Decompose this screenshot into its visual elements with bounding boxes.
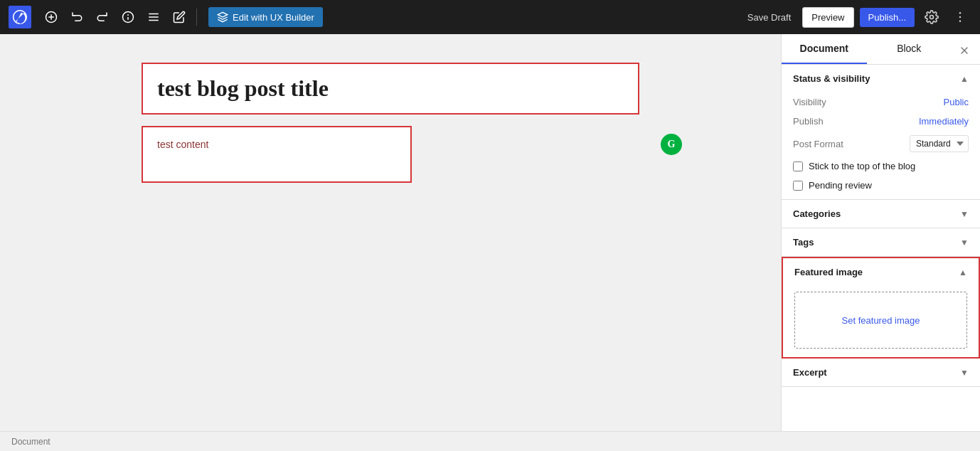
chevron-down-icon: ▼ — [960, 209, 969, 219]
svg-point-12 — [959, 21, 962, 23]
publish-value[interactable]: Immediately — [919, 116, 969, 127]
svg-point-11 — [959, 16, 962, 18]
tab-block[interactable]: Block — [867, 34, 952, 64]
toolbar-right: Save Draft Preview Publish... — [742, 6, 971, 28]
settings-button[interactable] — [920, 6, 943, 28]
chevron-down-icon-tags: ▼ — [960, 238, 969, 248]
title-input[interactable]: test blog post title — [157, 75, 624, 102]
post-format-select[interactable]: Standard Aside Gallery Link Image Quote … — [910, 135, 969, 152]
set-featured-text: Set featured image — [842, 315, 920, 326]
section-status-visibility: Status & visibility ▲ Visibility Public … — [782, 65, 980, 200]
editor-wrapper: test blog post title test content G — [142, 63, 639, 403]
wp-logo[interactable] — [9, 6, 31, 28]
main-layout: test blog post title test content G Docu… — [0, 34, 980, 431]
save-draft-button[interactable]: Save Draft — [742, 8, 797, 27]
ux-builder-button[interactable]: Edit with UX Builder — [208, 7, 323, 27]
section-featured-image-title: Featured image — [794, 267, 863, 277]
section-excerpt-header[interactable]: Excerpt ▼ — [782, 359, 980, 386]
set-link[interactable]: featured image — [858, 315, 920, 326]
info-button[interactable] — [117, 6, 139, 28]
section-status-title: Status & visibility — [793, 73, 870, 84]
editor-area: test blog post title test content G — [0, 34, 781, 431]
status-bar-label: Document — [11, 437, 50, 447]
publish-label: Publish — [793, 116, 824, 127]
svg-point-10 — [959, 12, 962, 14]
editor-content: test blog post title test content — [142, 63, 639, 183]
toolbar: Edit with UX Builder Save Draft Preview … — [0, 0, 980, 34]
chevron-up-icon: ▲ — [960, 74, 969, 84]
post-format-label: Post Format — [793, 139, 843, 149]
stick-checkbox[interactable] — [793, 161, 803, 171]
set-featured-image-button[interactable]: Set featured image — [794, 292, 967, 349]
section-featured-image-header[interactable]: Featured image ▲ — [783, 258, 979, 286]
pending-label[interactable]: Pending review — [809, 180, 872, 191]
undo-button[interactable] — [65, 6, 88, 28]
content-block[interactable]: test content — [142, 126, 412, 183]
section-excerpt-title: Excerpt — [793, 367, 827, 378]
chevron-up-icon-featured: ▲ — [959, 267, 967, 277]
add-block-button[interactable] — [40, 6, 63, 28]
edit-button[interactable] — [168, 6, 191, 28]
publish-row: Publish Immediately — [782, 112, 980, 131]
ux-builder-label: Edit with UX Builder — [233, 12, 314, 23]
sidebar-tabs: Document Block — [782, 34, 980, 65]
set-label: Set — [842, 315, 856, 326]
more-options-button[interactable] — [949, 6, 971, 28]
preview-button[interactable]: Preview — [802, 7, 853, 28]
stick-label[interactable]: Stick to the top of the blog — [809, 161, 915, 171]
visibility-value[interactable]: Public — [944, 97, 969, 107]
title-block[interactable]: test blog post title — [142, 63, 639, 115]
list-view-button[interactable] — [142, 6, 165, 28]
chevron-down-icon-excerpt: ▼ — [960, 368, 969, 378]
grammarly-icon: G — [661, 134, 682, 155]
sidebar: Document Block Status & visibility ▲ Vis… — [781, 34, 980, 431]
section-tags-title: Tags — [793, 237, 814, 248]
section-categories-header[interactable]: Categories ▼ — [782, 200, 980, 228]
close-sidebar-button[interactable] — [952, 37, 977, 64]
content-input[interactable]: test content — [157, 139, 396, 150]
stick-row: Stick to the top of the blog — [782, 156, 980, 176]
redo-button[interactable] — [91, 6, 114, 28]
section-status-header[interactable]: Status & visibility ▲ — [782, 65, 980, 92]
publish-button[interactable]: Publish... — [860, 8, 915, 27]
visibility-label: Visibility — [793, 97, 826, 107]
section-featured-image: Featured image ▲ Set featured image — [782, 257, 980, 359]
pending-checkbox[interactable] — [793, 181, 803, 191]
section-excerpt: Excerpt ▼ — [782, 359, 980, 387]
pending-row: Pending review — [782, 176, 980, 199]
tab-document[interactable]: Document — [782, 34, 867, 64]
status-bar: Document — [0, 431, 980, 451]
section-tags-header[interactable]: Tags ▼ — [782, 228, 980, 256]
section-tags: Tags ▼ — [782, 228, 980, 257]
section-categories: Categories ▼ — [782, 200, 980, 228]
section-categories-title: Categories — [793, 208, 841, 219]
toolbar-divider — [196, 9, 197, 26]
svg-point-9 — [930, 16, 934, 19]
visibility-row: Visibility Public — [782, 92, 980, 112]
post-format-row: Post Format Standard Aside Gallery Link … — [782, 131, 980, 156]
